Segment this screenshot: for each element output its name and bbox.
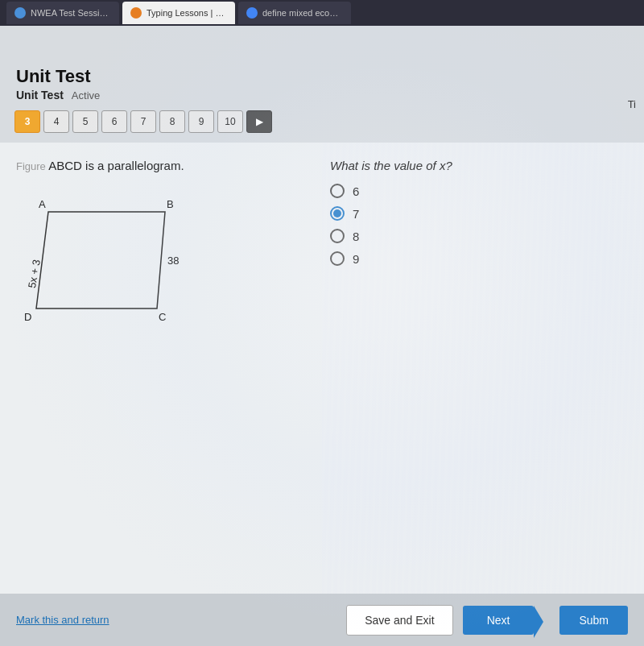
typing-icon xyxy=(130,7,142,19)
tab-google-label: define mixed econo... xyxy=(262,8,343,18)
q-btn-10[interactable]: 10 xyxy=(217,110,243,133)
q-btn-3[interactable]: 3 xyxy=(14,110,40,133)
option-9-label: 9 xyxy=(353,252,359,266)
option-6[interactable]: 6 xyxy=(330,184,628,198)
timer-area: Ti xyxy=(628,98,636,110)
option-6-label: 6 xyxy=(353,184,359,198)
q-btn-6[interactable]: 6 xyxy=(101,110,127,133)
active-badge: Active xyxy=(72,89,100,101)
subtitle-row: Unit Test Active xyxy=(16,89,100,101)
right-side-label: 38 xyxy=(167,255,179,267)
mark-return-link[interactable]: Mark this and return xyxy=(16,614,109,626)
vertex-c-label: C xyxy=(159,311,166,323)
vertex-b-label: B xyxy=(167,198,174,210)
next-button[interactable]: Next xyxy=(463,606,535,635)
page-title: Unit Test xyxy=(16,66,90,87)
tab-typing[interactable]: Typing Lessons | S... xyxy=(122,2,235,24)
radio-7-inner xyxy=(333,209,341,217)
main-content: Unit Test Unit Test Active Ti 3 4 5 6 7 … xyxy=(0,26,644,646)
q-btn-5[interactable]: 5 xyxy=(72,110,98,133)
option-7[interactable]: 7 xyxy=(330,206,628,221)
tab-typing-label: Typing Lessons | S... xyxy=(147,8,227,18)
browser-tab-bar: NWEA Test Session... Typing Lessons | S.… xyxy=(0,0,644,26)
tab-google[interactable]: define mixed econo... xyxy=(238,2,351,24)
q-btn-9[interactable]: 9 xyxy=(188,110,214,133)
submit-button[interactable]: Subm xyxy=(559,606,628,635)
parallelogram-figure: A B C D 5x + 3 38 xyxy=(16,192,193,337)
figure-label: Figure xyxy=(16,160,46,172)
options-list: 6 7 8 9 xyxy=(330,184,628,266)
radio-6[interactable] xyxy=(330,184,345,198)
tab-nwea[interactable]: NWEA Test Session... xyxy=(6,2,119,24)
option-9[interactable]: 9 xyxy=(330,251,628,266)
tab-nwea-label: NWEA Test Session... xyxy=(31,8,111,18)
svg-marker-0 xyxy=(36,212,165,309)
google-icon xyxy=(246,7,258,19)
action-bar: Mark this and return Save and Exit Next … xyxy=(0,594,644,646)
option-8[interactable]: 8 xyxy=(330,229,628,243)
q-btn-next-arrow[interactable]: ▶ xyxy=(246,110,272,133)
question-nav: 3 4 5 6 7 8 9 10 ▶ xyxy=(14,110,272,133)
question-right: What is the value of x? 6 7 8 xyxy=(330,159,628,578)
question-left: Figure ABCD is a parallelogram. A B C D … xyxy=(16,159,314,578)
q-btn-7[interactable]: 7 xyxy=(130,110,156,133)
q-btn-4[interactable]: 4 xyxy=(43,110,69,133)
question-area: Figure ABCD is a parallelogram. A B C D … xyxy=(0,143,644,594)
vertex-d-label: D xyxy=(24,311,31,323)
question-text: What is the value of x? xyxy=(330,159,628,172)
vertex-a-label: A xyxy=(39,198,46,210)
nwea-icon xyxy=(14,7,26,19)
parallelogram-svg: A B C D 5x + 3 38 xyxy=(16,192,193,337)
left-side-label: 5x + 3 xyxy=(26,259,43,289)
question-prompt: Figure ABCD is a parallelogram. xyxy=(16,159,314,172)
option-7-label: 7 xyxy=(353,207,359,221)
save-exit-button[interactable]: Save and Exit xyxy=(346,605,452,636)
q-btn-8[interactable]: 8 xyxy=(159,110,185,133)
subtitle-label: Unit Test xyxy=(16,89,64,101)
figure-description: ABCD is a parallelogram. xyxy=(48,159,184,172)
radio-7[interactable] xyxy=(330,206,345,221)
radio-9[interactable] xyxy=(330,251,345,266)
option-8-label: 8 xyxy=(353,230,359,243)
radio-8[interactable] xyxy=(330,229,345,243)
